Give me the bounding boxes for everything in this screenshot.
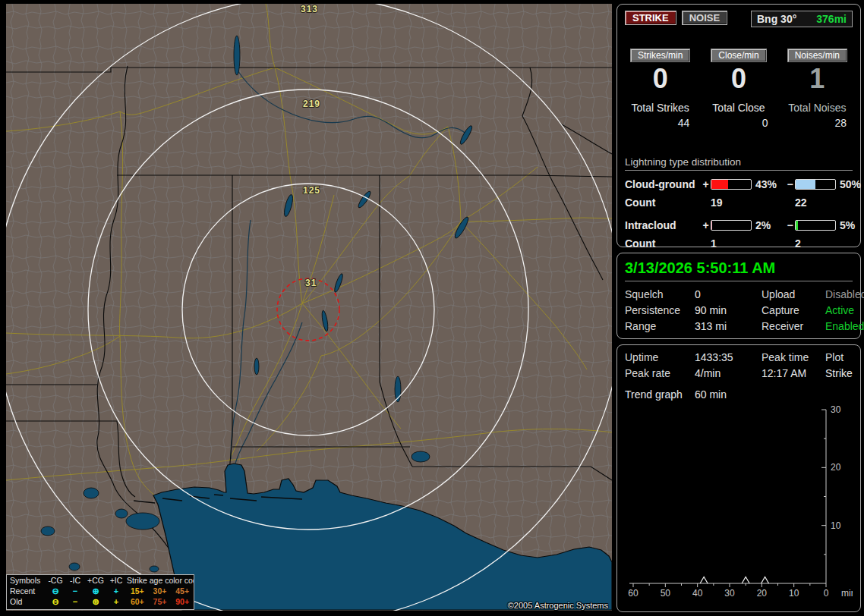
capture-value: Active [825,304,864,316]
persistence-label: Persistence [625,304,695,316]
recent-pic-icon: + [106,586,126,596]
peak-time-label: Peak time [762,351,825,363]
age-60: 60+ [126,596,149,607]
close-per-min-label: Close/min [711,49,766,62]
count-label: Count [625,196,701,209]
svg-text:10: 10 [789,588,799,598]
upload-value: Disabled [825,288,864,300]
ring-label-313: 313 [301,4,318,14]
svg-text:0: 0 [824,588,829,598]
range-label: Range [625,320,695,332]
pos-ic-count: 1 [711,237,752,250]
map-canvas: 313 219 125 31 [6,4,612,611]
total-strikes-label: Total Strikes [625,102,695,114]
plot-value: Strike [825,367,853,379]
legend-row-old: Old [7,596,46,607]
uptime-label: Uptime [625,351,695,363]
count-label: Count [625,237,701,250]
trend-section: Uptime 1433:35 Peak time Plot Peak rate … [616,344,861,612]
svg-text:min: min [841,588,853,598]
range-value: 313 mi [695,320,762,332]
svg-text:50: 50 [661,588,671,598]
old-pcg-icon: ⊕ [85,596,106,607]
total-noises-label: Total Noises [782,102,853,114]
cloud-ground-label: Cloud-ground [625,178,701,190]
age-45: 45+ [171,586,194,596]
intracloud-label: Intracloud [625,219,701,231]
svg-text:40: 40 [692,588,703,598]
pos-cg-pct: 43% [752,178,785,190]
legend-col-ncg: -CG [46,575,65,586]
upload-label: Upload [762,288,825,300]
old-nic-icon: − [65,596,85,607]
total-noises-value: 28 [782,117,853,129]
squelch-label: Squelch [625,288,695,300]
intracloud-row: Intracloud + 2% − 5% [625,219,853,231]
svg-text:30: 30 [831,404,841,415]
strike-stats-section: STRIKE NOISE Bng 30° 376mi Strikes/min C… [616,4,861,247]
legend-col-pcg: +CG [85,575,106,586]
receiver-status-section: 3/13/2026 5:50:11 AM Squelch 0 Upload Di… [616,253,861,339]
neg-cg-bar [795,179,836,190]
distribution-header: Lightning type distribution [625,156,853,171]
ring-label-125: 125 [303,185,320,196]
age-75: 75+ [149,596,172,607]
legend-row-recent: Recent [7,586,46,596]
neg-ic-bar [795,220,836,231]
total-strikes-value: 44 [625,117,695,129]
plus-sign: + [701,178,711,190]
neg-ic-count: 2 [795,237,836,250]
pos-cg-count: 19 [711,196,752,209]
plus-sign: + [701,219,711,231]
noises-per-min-value: 1 [782,64,853,94]
trend-graph-value: 60 min [695,388,853,401]
bearing-readout: Bng 30° 376mi [751,11,853,27]
bearing-range: 376mi [816,13,847,25]
svg-text:20: 20 [831,462,841,473]
recent-ncg-icon: ⊖ [46,586,65,596]
neg-ic-pct: 5% [836,219,855,231]
strikes-per-min-label: Strikes/min [630,49,690,62]
svg-text:20: 20 [757,588,768,598]
strikes-per-min-value: 0 [625,64,695,94]
old-pic-icon: + [106,596,126,607]
plot-label: Plot [825,351,853,363]
receiver-value: Enabled [825,320,864,332]
age-90: 90+ [171,596,194,607]
squelch-value: 0 [695,288,762,300]
svg-text:60: 60 [628,588,639,598]
old-ncg-icon: ⊖ [46,596,65,607]
ring-label-31: 31 [305,278,317,288]
ring-label-219: 219 [303,99,320,109]
receiver-label: Receiver [762,320,825,332]
peak-rate-value: 4/min [695,367,762,379]
total-close-label: Total Close [703,102,774,114]
minus-sign: − [785,219,795,231]
peak-rate-label: Peak rate [625,367,695,379]
age-30: 30+ [149,586,172,596]
noises-per-min-label: Noises/min [787,49,847,62]
close-per-min-value: 0 [703,64,774,94]
trend-graph: 6050403020100min302010 [625,402,853,598]
svg-text:10: 10 [831,520,841,531]
uptime-value: 1433:35 [695,351,762,363]
strike-mode-button[interactable]: STRIKE [625,11,676,25]
minus-sign: − [785,178,795,190]
total-close-value: 0 [703,117,774,129]
persistence-value: 90 min [695,304,762,316]
legend-col-nic: -IC [65,575,85,586]
strike-map[interactable]: 313 219 125 31 Symbols -CG -IC +CG +IC S… [6,4,612,611]
legend-col-pic: +IC [106,575,126,586]
peak-time-value: 12:17 AM [762,367,825,379]
intracloud-count-row: Count 1 2 [625,237,853,250]
cloud-ground-count-row: Count 19 22 [625,196,853,209]
datetime-display: 3/13/2026 5:50:11 AM [625,259,853,281]
capture-label: Capture [762,304,825,316]
neg-cg-count: 22 [795,196,836,209]
pos-cg-bar [711,179,752,190]
noise-mode-button[interactable]: NOISE [682,11,727,25]
pos-ic-pct: 2% [752,219,785,231]
legend-age-header: Strike age color codes [126,575,194,586]
legend-symbols-header: Symbols [7,575,46,586]
copyright-text: ©2005 Astrogenic Systems [508,601,608,610]
